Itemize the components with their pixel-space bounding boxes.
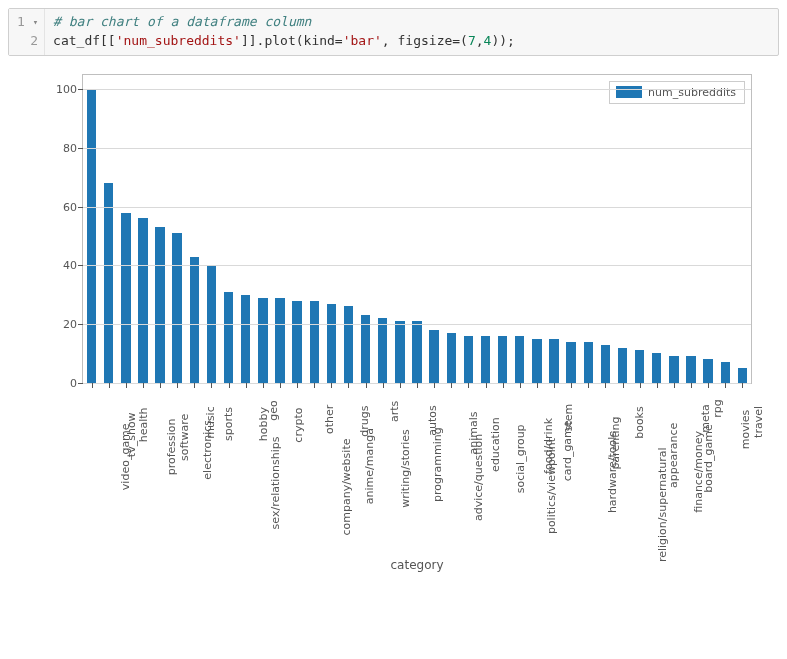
bar [224, 292, 233, 383]
bar [138, 218, 147, 382]
line-number: 2 [30, 33, 38, 48]
bar-chart: num_subreddits 020406080100 video_gametv… [52, 74, 752, 572]
x-tick-label: board_game [702, 424, 715, 492]
bar [292, 301, 301, 383]
gridline-h [83, 89, 751, 90]
bar [361, 315, 370, 382]
bar [412, 321, 421, 383]
bar [532, 339, 541, 383]
x-tick-label: tv_show [125, 412, 138, 457]
bar [498, 336, 507, 383]
y-tick-label: 80 [53, 142, 77, 155]
line-number: 1 [17, 14, 25, 29]
x-tick-label: crypto [292, 407, 305, 442]
x-tick-label: company/website [340, 438, 353, 535]
code-content[interactable]: # bar chart of a dataframe column cat_df… [45, 9, 778, 55]
x-tick-label: animals [467, 411, 480, 454]
bar [549, 339, 558, 383]
x-tick-label: autos [426, 405, 439, 436]
code-string: 'bar' [343, 33, 382, 48]
bar [566, 342, 575, 383]
bar [190, 257, 199, 383]
x-tick-labels: video_gametv_showhealthprofessionsoftwar… [82, 384, 752, 554]
bar [344, 306, 353, 382]
x-tick-label: geo [267, 400, 280, 420]
x-tick-label: sports [222, 407, 235, 441]
bar [258, 298, 267, 383]
bar [241, 295, 250, 383]
bar [378, 318, 387, 383]
bar [155, 227, 164, 382]
bar [327, 304, 336, 383]
bar [104, 183, 113, 382]
code-string: 'num_subreddits' [116, 33, 241, 48]
code-ident: cat_df [53, 33, 100, 48]
y-tick-label: 20 [53, 318, 77, 331]
x-tick-label: anime/manga [363, 428, 376, 504]
bar [121, 213, 130, 383]
x-tick-label: music [205, 406, 218, 439]
y-tick-label: 0 [53, 376, 77, 389]
x-tick-label: other [323, 404, 336, 433]
x-tick-label: parenting [609, 416, 622, 469]
x-tick-label: programming [431, 427, 444, 502]
y-tick-mark [78, 89, 83, 90]
bar [635, 350, 644, 382]
bar [447, 333, 456, 383]
x-tick-label: movies [739, 409, 752, 449]
code-comment: # bar chart of a dataframe column [53, 14, 311, 29]
y-tick-mark [78, 207, 83, 208]
bar [464, 336, 473, 383]
bar [601, 345, 610, 383]
bar [515, 336, 524, 383]
gridline-h [83, 265, 751, 266]
x-tick-label: profession [165, 418, 178, 475]
bar [395, 321, 404, 383]
bar [172, 233, 181, 383]
bar [429, 330, 438, 383]
x-axis-title: category [82, 558, 752, 572]
gridline-h [83, 148, 751, 149]
bar [618, 348, 627, 383]
x-tick-label: travel [752, 406, 765, 438]
gridline-h [83, 324, 751, 325]
code-number: 7 [468, 33, 476, 48]
x-tick-label: sex/relationships [269, 436, 282, 529]
x-tick-label: books [633, 406, 646, 439]
bar [703, 359, 712, 382]
bar [721, 362, 730, 383]
x-tick-label: health [137, 407, 150, 442]
x-tick-label: stem [562, 403, 575, 431]
bar [584, 342, 593, 383]
y-tick-mark [78, 148, 83, 149]
x-tick-label: writing/stories [399, 429, 412, 507]
bar [275, 298, 284, 383]
x-tick-label: education [490, 417, 503, 472]
x-tick-label: social_group [514, 424, 527, 493]
bars-container [83, 75, 751, 383]
bar [738, 368, 747, 383]
bar [310, 301, 319, 383]
bar [686, 356, 695, 382]
y-tick-mark [78, 265, 83, 266]
y-tick-label: 60 [53, 200, 77, 213]
code-gutter: 1 ▾ 2 [9, 9, 45, 55]
bar [669, 356, 678, 382]
x-tick-label: arts [387, 400, 400, 421]
bar [481, 336, 490, 383]
x-tick-label: drugs [358, 405, 371, 436]
bar [652, 353, 661, 382]
plot-area: num_subreddits 020406080100 [82, 74, 752, 384]
bar [87, 89, 96, 382]
x-tick-label: rpg [711, 399, 724, 418]
output-area: num_subreddits 020406080100 video_gametv… [8, 74, 779, 572]
code-cell[interactable]: 1 ▾ 2 # bar chart of a dataframe column … [8, 8, 779, 56]
run-cell-icon[interactable]: ▾ [33, 16, 38, 29]
gridline-h [83, 207, 751, 208]
x-tick-label: software [178, 413, 191, 460]
y-tick-mark [78, 324, 83, 325]
x-tick-label: appearance [666, 422, 679, 487]
x-tick-label: food/drink [542, 418, 555, 474]
y-tick-label: 40 [53, 259, 77, 272]
y-tick-label: 100 [53, 83, 77, 96]
